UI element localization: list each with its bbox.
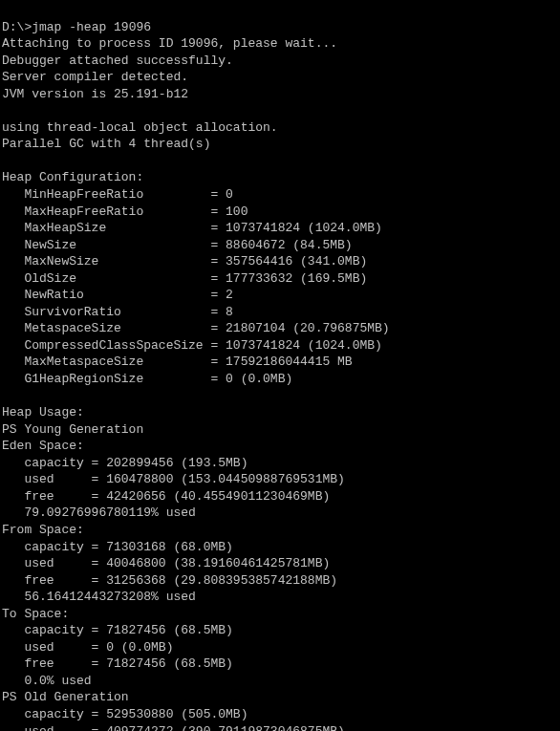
prompt: D:\>: [2, 20, 32, 34]
heap-config-entry: MinHeapFreeRatio = 0: [2, 187, 233, 202]
alloc-line: using thread-local object allocation.: [2, 120, 278, 135]
header-line: Server compiler detected.: [2, 70, 188, 84]
section-title: To Space:: [2, 607, 69, 621]
heap-config-entry: G1HeapRegionSize = 0 (0.0MB): [2, 372, 292, 386]
terminal-output: D:\>jmap -heap 19096 Attaching to proces…: [0, 0, 560, 731]
usage-line: used = 40046800 (38.19160461425781MB): [2, 556, 330, 570]
usage-line: capacity = 202899456 (193.5MB): [2, 456, 248, 470]
heap-config-entry: MaxMetaspaceSize = 17592186044415 MB: [2, 355, 353, 369]
usage-pct: 56.16412443273208% used: [2, 590, 196, 604]
usage-line: capacity = 71303168 (68.0MB): [2, 540, 233, 554]
usage-line: capacity = 71827456 (68.5MB): [2, 623, 233, 637]
usage-line: used = 160478800 (153.04450988769531MB): [2, 472, 345, 486]
header-line: Attaching to process ID 19096, please wa…: [2, 36, 337, 51]
usage-line: capacity = 529530880 (505.0MB): [2, 707, 248, 721]
heap-config-entry: MetaspaceSize = 21807104 (20.796875MB): [2, 321, 390, 335]
alloc-line: Parallel GC with 4 thread(s): [2, 137, 210, 151]
heap-config-entry: NewSize = 88604672 (84.5MB): [2, 238, 353, 252]
heap-usage-title: Heap Usage:: [2, 405, 84, 419]
header-line: Debugger attached successfully.: [2, 54, 233, 68]
usage-line: free = 42420656 (40.45549011230469MB): [2, 489, 330, 504]
usage-line: used = 0 (0.0MB): [2, 640, 173, 655]
section-title: From Space:: [2, 523, 84, 537]
usage-pct: 79.09276996780119% used: [2, 505, 196, 520]
usage-line: used = 409774272 (390.79119873046875MB): [2, 724, 345, 731]
usage-line: free = 71827456 (68.5MB): [2, 656, 233, 671]
heap-config-entry: CompressedClassSpaceSize = 1073741824 (1…: [2, 338, 382, 353]
heap-config-entry: OldSize = 177733632 (169.5MB): [2, 271, 367, 286]
heap-config-entry: MaxNewSize = 357564416 (341.0MB): [2, 254, 367, 269]
header-line: JVM version is 25.191-b12: [2, 87, 188, 101]
heap-config-entry: MaxHeapSize = 1073741824 (1024.0MB): [2, 221, 382, 235]
section-title: PS Old Generation: [2, 690, 129, 704]
section-title: PS Young Generation: [2, 422, 143, 437]
heap-config-entry: SurvivorRatio = 8: [2, 305, 233, 319]
heap-config-entry: NewRatio = 2: [2, 288, 233, 302]
heap-config-title: Heap Configuration:: [2, 170, 143, 184]
command-input[interactable]: jmap -heap 19096: [32, 20, 151, 34]
heap-config-entry: MaxHeapFreeRatio = 100: [2, 204, 248, 219]
section-title: Eden Space:: [2, 439, 84, 453]
usage-line: free = 31256368 (29.808395385742188MB): [2, 573, 337, 588]
usage-pct: 0.0% used: [2, 674, 92, 688]
